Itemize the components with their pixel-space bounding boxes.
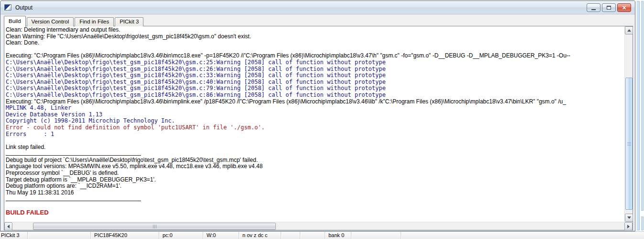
output-line bbox=[6, 137, 624, 144]
output-line: Clean Warning: File "C:\Users\Anaëlle\De… bbox=[6, 34, 624, 40]
background-scrollbar-strip bbox=[637, 1, 640, 230]
horizontal-scrollbar[interactable] bbox=[4, 222, 633, 230]
tab-strip: BuildVersion ControlFind in FilesPICkit … bbox=[4, 15, 632, 26]
window-title: Output bbox=[15, 4, 33, 11]
output-line bbox=[6, 203, 624, 209]
close-icon: × bbox=[622, 4, 626, 11]
arrow-down-icon bbox=[627, 216, 631, 219]
output-line: Debug platform options are: `__ICD2RAM=1… bbox=[6, 183, 624, 190]
vertical-scrollbar[interactable] bbox=[624, 26, 633, 222]
output-window-icon bbox=[4, 4, 11, 11]
tab-build[interactable]: Build bbox=[4, 16, 26, 27]
restore-icon bbox=[607, 6, 611, 10]
horizontal-scrollbar-thumb[interactable] bbox=[33, 223, 276, 230]
minimize-icon bbox=[591, 9, 596, 11]
status-empty bbox=[28, 232, 91, 239]
output-line: Device Database Version 1.13 bbox=[6, 112, 624, 118]
output-line: Errors : 1 bbox=[6, 131, 624, 138]
output-line: Link step failed. bbox=[6, 144, 624, 151]
tab-version-control[interactable]: Version Control bbox=[27, 17, 74, 26]
output-line: Preprocessor symbol `__DEBUG' is defined… bbox=[6, 170, 624, 177]
output-line: Error - could not find definition of sym… bbox=[6, 125, 624, 131]
output-line: Clean: Done. bbox=[6, 40, 624, 46]
background-window-edge bbox=[636, 0, 644, 231]
status-n-ov-z-dc-c: n ov z dc c bbox=[239, 232, 281, 239]
output-line: C:\Users\Anaëlle\Desktop\frigo\test_gsm_… bbox=[6, 79, 624, 86]
caption-buttons: × bbox=[587, 3, 631, 12]
scroll-left-button[interactable] bbox=[4, 222, 12, 230]
close-button[interactable]: × bbox=[617, 3, 631, 12]
status-empty bbox=[300, 232, 325, 239]
status-pic18f45k20: PIC18F45K20 bbox=[91, 232, 159, 239]
output-line: BUILD FAILED bbox=[6, 209, 624, 216]
vertical-scrollbar-thumb[interactable] bbox=[625, 78, 633, 210]
output-line: Executing: "C:\Program Files (x86)\Micro… bbox=[6, 99, 624, 105]
status-empty bbox=[351, 232, 401, 239]
output-line: C:\Users\Anaëlle\Desktop\frigo\test_gsm_… bbox=[6, 59, 624, 66]
output-text[interactable]: Clean: Deleting intermediary and output … bbox=[4, 26, 624, 222]
output-line: C:\Users\Anaëlle\Desktop\frigo\test_gsm_… bbox=[6, 66, 624, 73]
status-bar: PICkit 3PIC18F45K20pc:0W:0n ov z dc cban… bbox=[0, 231, 644, 239]
mplab-workspace: Output × BuildVersion ControlFind in Fil… bbox=[0, 0, 644, 239]
thumb-grip-icon bbox=[627, 144, 631, 144]
status-w-0: W:0 bbox=[203, 232, 239, 239]
titlebar[interactable]: Output × bbox=[0, 1, 635, 14]
status-pc-0: pc:0 bbox=[159, 232, 203, 239]
separator-line bbox=[6, 196, 624, 203]
thumb-grip-icon bbox=[154, 225, 155, 228]
status-empty bbox=[401, 232, 644, 239]
output-line: C:\Users\Anaëlle\Desktop\frigo\test_gsm_… bbox=[6, 92, 624, 99]
arrow-left-icon bbox=[7, 225, 10, 228]
output-line: Copyright (c) 1998-2011 Microchip Techno… bbox=[6, 118, 624, 125]
scroll-right-button[interactable] bbox=[624, 222, 633, 230]
output-window: Output × BuildVersion ControlFind in Fil… bbox=[0, 0, 635, 231]
background-scrollbar-strip bbox=[641, 216, 644, 230]
status-empty bbox=[281, 232, 300, 239]
tab-find-in-files[interactable]: Find in Files bbox=[75, 17, 114, 26]
output-pane: Clean: Deleting intermediary and output … bbox=[4, 26, 633, 230]
status-pickit-3: PICkit 3 bbox=[0, 232, 28, 239]
output-line: MPLINK 4.48, Linker bbox=[6, 105, 624, 112]
restore-button[interactable] bbox=[602, 3, 616, 12]
minimize-button[interactable] bbox=[587, 3, 600, 12]
output-line: Clean: Deleting intermediary and output … bbox=[6, 27, 624, 34]
output-line: Executing: "C:\Program Files (x86)\Micro… bbox=[6, 53, 624, 59]
tab-pickit-3[interactable]: PICkit 3 bbox=[115, 17, 143, 26]
output-line: Thu May 19 11:38:31 2016 bbox=[6, 190, 624, 196]
separator-line bbox=[6, 150, 624, 157]
scroll-up-button[interactable] bbox=[625, 26, 633, 34]
output-line: C:\Users\Anaëlle\Desktop\frigo\test_gsm_… bbox=[6, 72, 624, 79]
output-line: Language tool versions: MPASMWIN.exe v5.… bbox=[6, 163, 624, 170]
output-line: Target debug platform is `__MPLAB_DEBUGG… bbox=[6, 177, 624, 183]
output-line bbox=[6, 46, 624, 53]
background-scrollbar-strip bbox=[641, 1, 644, 211]
arrow-up-icon bbox=[627, 29, 631, 32]
scroll-down-button[interactable] bbox=[625, 214, 633, 222]
output-line: Debug build of project `C:\Users\Anaëlle… bbox=[6, 157, 624, 164]
arrow-right-icon bbox=[627, 225, 630, 228]
status-bank-0: bank 0 bbox=[325, 232, 351, 239]
output-line: C:\Users\Anaëlle\Desktop\frigo\test_gsm_… bbox=[6, 85, 624, 92]
